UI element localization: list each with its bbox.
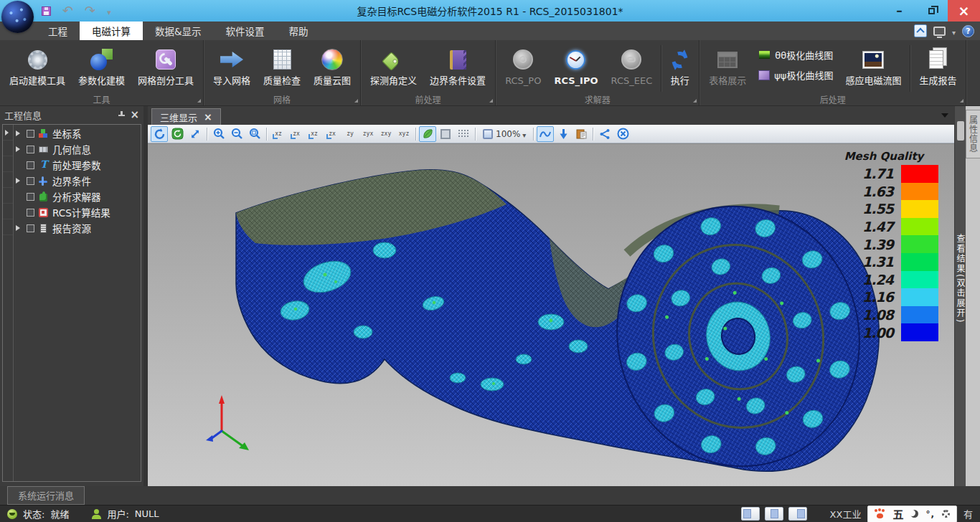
copy-view-button[interactable]	[573, 126, 590, 142]
rotate-view-button[interactable]	[151, 126, 168, 142]
view-orientation-button-2[interactable]: zx	[288, 126, 305, 142]
collapse-ribbon-button[interactable]	[914, 24, 927, 37]
view-orientation-button-3[interactable]: xz	[306, 126, 323, 142]
view-orientation-button-4[interactable]: zx	[324, 126, 341, 142]
zoom-level-dropdown-icon[interactable]	[522, 127, 526, 141]
checkbox[interactable]	[27, 177, 34, 185]
ime-punctuation-button[interactable]: °,	[925, 509, 935, 519]
group-label-solver: 求解器	[496, 93, 699, 105]
tab-3d-display[interactable]: 三维显示	[151, 108, 221, 125]
ime-settings-gear-icon[interactable]	[942, 510, 950, 518]
system-messages-collapsed-tab[interactable]: 系统运行消息	[7, 486, 85, 505]
tree-item-boundary-conditions[interactable]: 边界条件	[14, 173, 141, 189]
help-icon[interactable]	[962, 25, 974, 37]
expand-arrow-icon[interactable]	[16, 146, 23, 152]
view-results-collapsed-tab[interactable]: 查看结果(双击展开)	[954, 106, 966, 486]
tab-software-settings[interactable]: 软件设置	[214, 22, 277, 40]
theta-polarization-curve-button[interactable]: θθ极化曲线图	[758, 48, 833, 62]
scrollbar-thumb[interactable]	[957, 121, 964, 141]
quickbar-dropdown-icon[interactable]	[107, 4, 111, 18]
tab-project[interactable]: 工程	[36, 22, 80, 40]
view-orientation-button-1[interactable]: xz	[270, 126, 287, 142]
gutter-cell[interactable]	[3, 125, 13, 141]
checkbox[interactable]	[27, 193, 34, 201]
tab-help[interactable]: 帮助	[277, 22, 321, 40]
display-style-dropdown-icon[interactable]	[952, 24, 956, 38]
ime-halfwidth-moon-icon[interactable]	[910, 510, 918, 518]
checkbox[interactable]	[27, 130, 34, 138]
legend-title: Mesh Quality	[829, 150, 938, 163]
close-view-button[interactable]	[614, 126, 631, 142]
document-area: 三维显示	[148, 106, 954, 486]
checkbox[interactable]	[27, 209, 34, 217]
solver-rcs-po-button: RCS_PO	[499, 45, 547, 87]
share-view-button[interactable]	[596, 126, 613, 142]
layout-middle-button[interactable]	[765, 507, 783, 521]
view-orientation-button-7[interactable]: zxy	[377, 126, 395, 142]
zoom-window-button[interactable]	[187, 126, 204, 142]
expand-arrow-icon[interactable]	[16, 225, 23, 231]
pin-icon[interactable]	[118, 110, 126, 119]
tree-item-preprocess-params[interactable]: 前处理参数	[14, 157, 141, 173]
panel-close-icon[interactable]	[130, 108, 139, 121]
zoom-level-control[interactable]: 100%	[479, 126, 530, 142]
ime-mode-button[interactable]: 五	[892, 506, 903, 521]
view-orientation-button-8[interactable]: xyz	[395, 126, 413, 142]
layout-left-button[interactable]	[741, 507, 760, 521]
layout-right-button[interactable]	[788, 507, 807, 521]
share-icon	[599, 128, 611, 140]
checkbox[interactable]	[27, 224, 34, 232]
solver-rcs-ipo-button[interactable]: RCS_IPO	[547, 45, 604, 87]
tree-item-rcs-results[interactable]: RCS计算结果	[14, 204, 141, 220]
save-icon[interactable]	[42, 6, 51, 16]
tab-list-dropdown-icon[interactable]	[941, 113, 948, 121]
parametric-modeling-button[interactable]: 参数化建模	[72, 45, 131, 87]
minimize-button[interactable]	[883, 0, 915, 22]
tree-item-analysis-solver[interactable]: 分析求解器	[14, 189, 141, 204]
tree-item-coordinate-system[interactable]: 坐标系	[14, 125, 141, 141]
expand-arrow-icon[interactable]	[16, 130, 23, 136]
gutter-cell	[3, 188, 13, 204]
psi-polarization-curve-button[interactable]: ψψ极化曲线图	[758, 68, 833, 82]
tree-item-report-resources[interactable]: 报告资源	[14, 220, 141, 236]
display-style-icon[interactable]	[933, 27, 946, 36]
zoom-fit-button[interactable]	[246, 126, 263, 142]
tree-item-geometry-info[interactable]: 几何信息	[14, 141, 141, 157]
checkbox[interactable]	[27, 161, 34, 169]
zoom-out-button[interactable]	[228, 126, 245, 142]
property-info-collapsed-tab[interactable]: 属性信息	[966, 110, 980, 158]
button-label: 生成报告	[919, 76, 956, 86]
close-button[interactable]	[948, 0, 980, 22]
restore-button[interactable]	[915, 0, 948, 22]
view-orientation-button-5[interactable]: zy	[341, 126, 359, 142]
probe-angle-define-button[interactable]: 探测角定义	[364, 45, 423, 87]
app-logo[interactable]	[1, 1, 34, 33]
undo-icon[interactable]	[62, 4, 73, 18]
boundary-condition-settings-button[interactable]: 边界条件设置	[423, 45, 492, 87]
generate-report-button[interactable]: 生成报告	[913, 45, 963, 87]
redo-icon[interactable]	[85, 4, 95, 18]
quality-cloud-map-button[interactable]: 质量云图	[307, 45, 357, 87]
tab-close-icon[interactable]	[204, 111, 212, 123]
view-orientation-button-6[interactable]: zyx	[359, 126, 377, 142]
import-mesh-button[interactable]: 导入网格	[207, 45, 257, 87]
wireframe-display-button[interactable]	[437, 126, 454, 142]
ime-brand-paw-icon[interactable]	[875, 509, 885, 518]
tab-em-computation[interactable]: 电磁计算	[80, 22, 143, 40]
launch-modeling-tool-button[interactable]: 启动建模工具	[3, 45, 72, 87]
download-view-button[interactable]	[555, 126, 572, 142]
induced-em-current-map-button[interactable]: 感应电磁流图	[839, 45, 908, 87]
3d-viewport[interactable]: Mesh Quality 1.71 1.63 1.55 1.47 1.39 1.…	[148, 143, 954, 486]
zoom-in-button[interactable]	[210, 126, 227, 142]
checkbox[interactable]	[27, 146, 34, 153]
curve-display-button[interactable]	[537, 126, 554, 142]
points-display-button[interactable]	[455, 126, 472, 142]
tab-data-display[interactable]: 数据&显示	[143, 22, 214, 40]
shaded-display-button[interactable]	[419, 126, 436, 142]
pan-view-button[interactable]	[169, 126, 186, 142]
quality-check-button[interactable]: 质量检查	[257, 45, 307, 87]
expand-arrow-icon[interactable]	[16, 178, 23, 184]
mesh-partition-tool-button[interactable]: 网格剖分工具	[131, 45, 200, 87]
execute-button[interactable]: 执行	[664, 45, 696, 87]
button-label: 网格剖分工具	[138, 76, 194, 86]
